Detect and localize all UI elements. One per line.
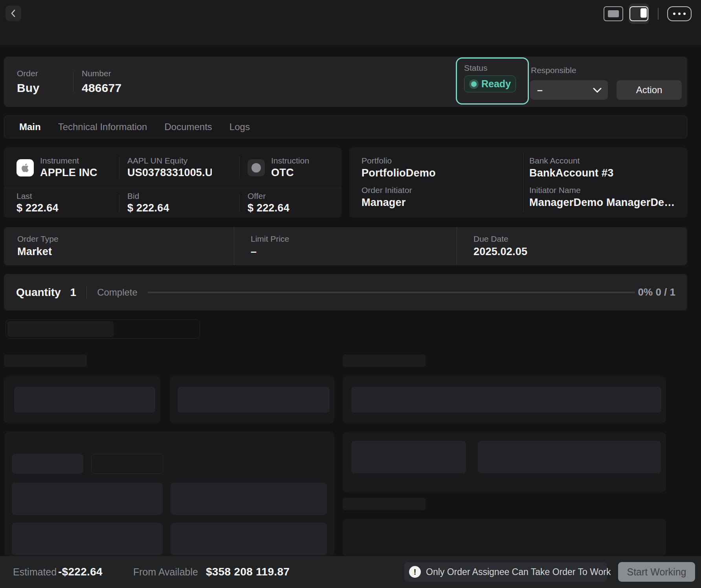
limit-price-cell: Limit Price –: [234, 227, 457, 265]
status-highlight-frame: Status Ready: [456, 57, 529, 105]
offer-label: Offer: [248, 191, 290, 201]
split-view-toggle[interactable]: [629, 4, 649, 24]
status-badge: Ready: [464, 75, 516, 92]
last-label: Last: [17, 191, 59, 201]
bid-value: $ 222.64: [127, 202, 169, 215]
skeleton-block: [171, 523, 327, 555]
tab-logs[interactable]: Logs: [229, 121, 250, 132]
assignee-notice-text: Only Order Assignee Can Take Order To Wo…: [426, 567, 611, 577]
top-bar: [0, 0, 701, 45]
portfolio-value: PortfolioDemo: [362, 167, 511, 180]
assignee-notice: ! Only Order Assignee Can Take Order To …: [404, 562, 607, 582]
order-label: Order: [17, 68, 39, 78]
skeleton-card: [5, 432, 334, 556]
skeleton-section-label: [343, 498, 426, 510]
cell-divider: [239, 195, 240, 212]
responsible-label: Responsible: [531, 65, 576, 75]
skeleton-chip: [7, 321, 114, 337]
offer-value: $ 222.64: [248, 202, 290, 215]
back-button[interactable]: [6, 6, 21, 21]
initiator-name-label: Initiator Name: [529, 185, 687, 195]
instrument-card: Instrument APPLE INC AAPL UN Equity US03…: [4, 147, 341, 218]
skeleton-card: [4, 376, 160, 423]
bank-account-label: Bank Account: [529, 156, 687, 165]
initiator-name-value: ManagerDemo ManagerDe…: [529, 196, 679, 209]
bank-account-cell: Bank Account BankAccount #3: [523, 153, 687, 183]
instruction-tile: [248, 159, 265, 176]
tabs-bar: Main Technical Information Documents Log…: [4, 116, 687, 138]
skeleton-block: [14, 387, 155, 413]
instruction-label: Instruction: [271, 156, 309, 165]
cell-divider: [119, 157, 119, 179]
from-available-value: $358 208 119.87: [206, 566, 290, 578]
due-date-cell: Due Date 2025.02.05: [457, 227, 687, 265]
order-number-value: 486677: [82, 81, 121, 96]
cell-divider: [119, 195, 119, 212]
split-view-icon: [629, 6, 648, 21]
quantity-card: Quantity 1 Complete 0% 0 / 1: [4, 274, 687, 311]
order-initiator-label: Order Initiator: [362, 185, 523, 195]
more-options-button[interactable]: [667, 6, 692, 21]
status-value: Ready: [481, 78, 511, 90]
cell-divider: [239, 157, 240, 179]
equity-label: AAPL UN Equity: [127, 156, 212, 165]
limit-price-value: –: [251, 245, 457, 259]
order-type-cell: Order Type Market: [4, 234, 234, 259]
from-available-label: From Available: [133, 566, 198, 578]
skeleton-card: [343, 376, 666, 423]
equity-cell: AAPL UN Equity US0378331005.U…: [127, 156, 239, 180]
progress-text: 0% 0 / 1: [638, 286, 675, 298]
order-number-group: Number 486677: [82, 57, 121, 107]
ellipsis-icon: [673, 13, 675, 15]
offer-price-cell: Offer $ 222.64: [248, 191, 341, 215]
full-view-toggle[interactable]: [604, 6, 623, 21]
bid-price-cell: Bid $ 222.64: [127, 191, 239, 215]
order-type-value: Market: [17, 245, 234, 259]
skeleton-chip: [12, 454, 83, 474]
instruction-cell: Instruction OTC: [248, 156, 341, 180]
quantity-value: 1: [70, 286, 77, 299]
limit-price-label: Limit Price: [251, 234, 457, 244]
progress-bar: [148, 292, 635, 293]
full-view-icon: [608, 10, 619, 17]
tab-technical-information[interactable]: Technical Information: [58, 121, 147, 132]
skeleton-block: [12, 523, 163, 555]
skeleton-block: [478, 441, 661, 473]
skeleton-card: [170, 376, 334, 423]
order-initiator-value: Manager: [362, 196, 511, 209]
status-dot-icon: [471, 81, 477, 87]
responsible-dropdown[interactable]: –: [530, 80, 608, 100]
equity-value: US0378331005.U…: [127, 166, 212, 180]
action-button[interactable]: Action: [617, 80, 682, 100]
header-divider: [73, 72, 73, 92]
instruction-circle-icon: [251, 163, 261, 173]
order-side-group: Order Buy: [17, 57, 39, 107]
tab-main[interactable]: Main: [19, 121, 41, 132]
skeleton-chip-container: [6, 319, 200, 339]
instrument-label: Instrument: [40, 156, 97, 165]
last-price-cell: Last $ 222.64: [4, 191, 119, 215]
skeleton-block: [12, 483, 163, 515]
responsible-value: –: [537, 85, 543, 96]
estimated-label: Estimated: [13, 566, 57, 578]
start-working-button[interactable]: Start Working: [618, 562, 695, 582]
instrument-cell: Instrument APPLE INC: [4, 156, 119, 180]
portfolio-label: Portfolio: [362, 156, 523, 165]
account-info-card: Portfolio PortfolioDemo Bank Account Ban…: [349, 147, 687, 218]
skeleton-block: [171, 483, 327, 515]
number-label: Number: [82, 68, 121, 78]
skeleton-section-label: [4, 355, 87, 367]
order-type-card: Order Type Market Limit Price – Due Date…: [4, 227, 687, 265]
prices-row: Last $ 222.64 Bid $ 222.64 Offer $ 222.6…: [4, 188, 341, 218]
tab-documents[interactable]: Documents: [164, 121, 212, 132]
footer-bar: Estimated -$222.64 From Available $358 2…: [0, 556, 701, 588]
initiator-name-cell: Initiator Name ManagerDemo ManagerDe…: [523, 183, 687, 213]
status-label: Status: [464, 63, 521, 73]
due-date-value: 2025.02.05: [473, 245, 687, 259]
bid-label: Bid: [127, 191, 169, 201]
chevron-left-icon: [10, 9, 17, 18]
complete-label: Complete: [97, 287, 138, 298]
skeleton-block: [351, 387, 661, 413]
estimated-value: -$222.64: [58, 566, 103, 578]
order-type-label: Order Type: [17, 234, 234, 244]
